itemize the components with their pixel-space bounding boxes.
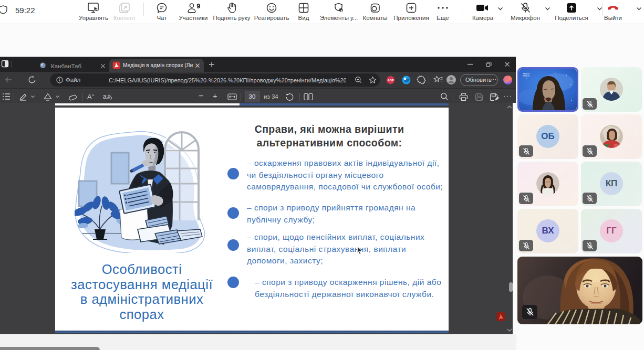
svg-text:ABP: ABP (388, 79, 394, 82)
svg-text:9: 9 (197, 3, 201, 10)
svg-text:ЛИТВИН: ЛИТВИН (523, 75, 530, 77)
